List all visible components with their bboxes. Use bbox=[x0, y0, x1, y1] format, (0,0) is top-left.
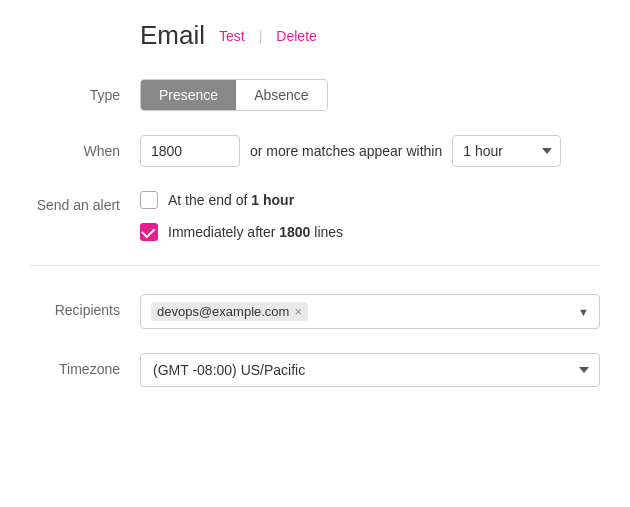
presence-button[interactable]: Presence bbox=[141, 80, 236, 110]
header-divider: | bbox=[259, 28, 263, 44]
when-middle-text: or more matches appear within bbox=[250, 143, 442, 159]
recipients-row: Recipients devops@example.com × ▼ bbox=[30, 294, 600, 329]
type-label: Type bbox=[30, 79, 140, 103]
absence-button[interactable]: Absence bbox=[236, 80, 326, 110]
when-row: When or more matches appear within 1 hou… bbox=[30, 135, 600, 167]
recipient-email: devops@example.com bbox=[157, 304, 289, 319]
recipient-tags: devops@example.com × bbox=[151, 302, 308, 321]
type-toggle-group: Presence Absence bbox=[140, 79, 328, 111]
alert-option-2-text: Immediately after 1800 lines bbox=[168, 224, 343, 240]
test-link[interactable]: Test bbox=[219, 28, 245, 44]
when-select[interactable]: 1 hour 30 minutes 2 hours 6 hours 12 hou… bbox=[452, 135, 561, 167]
recipients-label: Recipients bbox=[30, 294, 140, 318]
recipients-dropdown-arrow: ▼ bbox=[578, 306, 589, 318]
type-row: Type Presence Absence bbox=[30, 79, 600, 111]
alert-option-1-pre: At the end of bbox=[168, 192, 251, 208]
timezone-label: Timezone bbox=[30, 353, 140, 377]
alert-option-2-pre: Immediately after bbox=[168, 224, 279, 240]
recipients-select[interactable]: devops@example.com × ▼ bbox=[140, 294, 600, 329]
recipients-content: devops@example.com × ▼ bbox=[140, 294, 600, 329]
recipient-remove-icon[interactable]: × bbox=[294, 304, 302, 319]
send-alert-label: Send an alert bbox=[30, 191, 140, 213]
alert-option-1-bold: 1 hour bbox=[251, 192, 294, 208]
alert-option-2-post: lines bbox=[310, 224, 343, 240]
when-label: When bbox=[30, 135, 140, 159]
page-header: Email Test | Delete bbox=[30, 20, 600, 51]
type-content: Presence Absence bbox=[140, 79, 600, 111]
alert-option-1-text: At the end of 1 hour bbox=[168, 192, 294, 208]
alert-option-2-checkbox[interactable] bbox=[140, 223, 158, 241]
delete-link[interactable]: Delete bbox=[276, 28, 316, 44]
when-input[interactable] bbox=[140, 135, 240, 167]
alert-option-1-checkbox[interactable] bbox=[140, 191, 158, 209]
alert-option-2-bold: 1800 bbox=[279, 224, 310, 240]
when-content: or more matches appear within 1 hour 30 … bbox=[140, 135, 600, 167]
alert-options: At the end of 1 hour Immediately after 1… bbox=[140, 191, 343, 241]
send-alert-row: Send an alert At the end of 1 hour Immed… bbox=[30, 191, 600, 241]
timezone-content: (GMT -08:00) US/Pacific (GMT +00:00) UTC… bbox=[140, 353, 600, 387]
section-divider bbox=[30, 265, 600, 266]
timezone-select[interactable]: (GMT -08:00) US/Pacific (GMT +00:00) UTC… bbox=[140, 353, 600, 387]
timezone-row: Timezone (GMT -08:00) US/Pacific (GMT +0… bbox=[30, 353, 600, 387]
alert-option-1: At the end of 1 hour bbox=[140, 191, 343, 209]
alert-option-2: Immediately after 1800 lines bbox=[140, 223, 343, 241]
recipient-tag: devops@example.com × bbox=[151, 302, 308, 321]
page-title: Email bbox=[140, 20, 205, 51]
